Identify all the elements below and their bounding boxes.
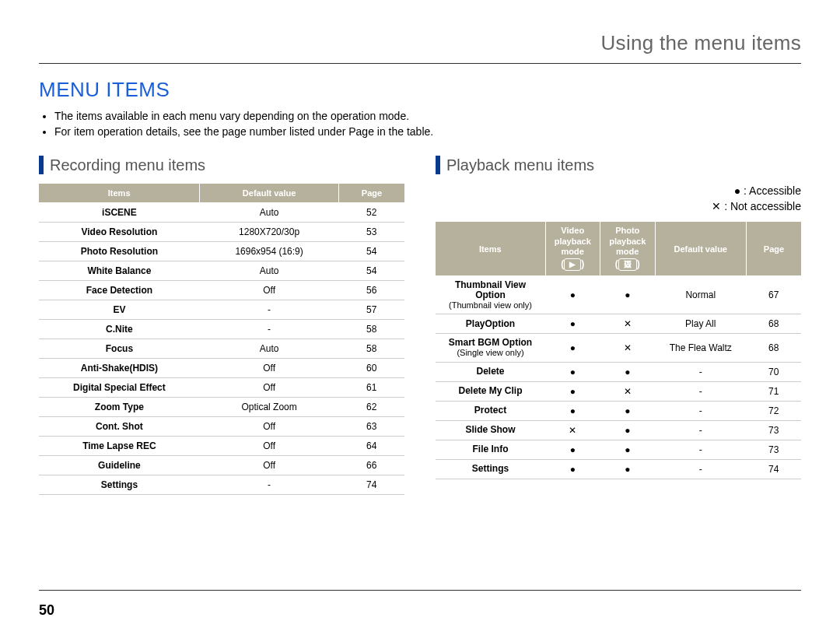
- playback-table: Items Video playback mode (▶) Photo: [436, 222, 801, 479]
- intro-bullets: The items available in each menu vary de…: [54, 110, 801, 139]
- cell-default: 1696x954 (16:9): [200, 242, 339, 261]
- cell-item-main: File Info: [442, 444, 539, 454]
- cell-default: -: [200, 475, 339, 495]
- table-row: PlayOption●✕Play All68: [436, 314, 801, 334]
- cell-item-main: Thumbnail View Option: [442, 280, 539, 300]
- th-default: Default value: [200, 184, 339, 203]
- cell-item-sub: (Single view only): [442, 348, 539, 357]
- cell-photo: ●: [600, 362, 656, 381]
- cell-default: Off: [200, 359, 339, 378]
- cell-item: C.Nite: [39, 320, 200, 339]
- cell-item-sub: (Thumbnail view only): [442, 300, 539, 310]
- cell-item: PlayOption: [436, 314, 545, 334]
- cell-video: ✕: [545, 420, 600, 440]
- cell-page: 58: [338, 320, 404, 339]
- th-photo-mode: Photo playback mode (🖼): [600, 222, 656, 275]
- cell-page: 61: [338, 378, 404, 398]
- cell-item: Face Detection: [39, 281, 200, 300]
- table-row: Smart BGM Option(Single view only)●✕The …: [436, 334, 801, 362]
- intro-bullet: The items available in each menu vary de…: [54, 110, 801, 124]
- cell-photo: ●: [600, 275, 656, 314]
- table-row: Face DetectionOff56: [39, 281, 404, 300]
- cell-default: -: [655, 362, 747, 381]
- cell-default: -: [655, 381, 747, 401]
- cell-default: Off: [200, 378, 339, 398]
- cell-item: Focus: [39, 339, 200, 359]
- cell-photo: ✕: [600, 334, 656, 362]
- cell-item: Protect: [436, 401, 545, 420]
- cell-item-main: Settings: [442, 464, 539, 474]
- cell-photo: ✕: [600, 381, 656, 401]
- th-photo-l1: Photo: [615, 226, 639, 236]
- th-items: Items: [39, 184, 200, 203]
- cell-default: The Flea Waltz: [655, 334, 747, 362]
- legend-accessible: ● : Accessible: [436, 184, 801, 199]
- cell-page: 74: [338, 475, 404, 495]
- cell-item: Digital Special Effect: [39, 378, 200, 398]
- cell-page: 68: [747, 314, 802, 334]
- legend-not-accessible: ✕ : Not accessible: [436, 199, 801, 215]
- cell-default: -: [200, 320, 339, 339]
- cell-item: Anti-Shake(HDIS): [39, 359, 200, 378]
- intro-bullet: For item operation details, see the page…: [54, 125, 801, 139]
- cell-video: ●: [545, 362, 600, 381]
- recording-heading: Recording menu items: [39, 156, 404, 174]
- table-row: Photo Resolution1696x954 (16:9)54: [39, 242, 404, 261]
- cell-page: 71: [747, 381, 802, 401]
- table-row: FocusAuto58: [39, 339, 404, 359]
- table-row: Video Resolution1280X720/30p53: [39, 223, 404, 242]
- cell-video: ●: [545, 314, 600, 334]
- table-row: Delete My Clip●✕-71: [436, 381, 801, 401]
- cell-item: Zoom Type: [39, 398, 200, 417]
- cell-default: Off: [200, 456, 339, 475]
- cell-default: 1280X720/30p: [200, 223, 339, 242]
- cell-default: -: [200, 300, 339, 320]
- cell-item: Guideline: [39, 456, 200, 475]
- cell-page: 63: [338, 417, 404, 437]
- cell-default: -: [655, 440, 747, 459]
- cell-item: Cont. Shot: [39, 417, 200, 437]
- cell-page: 62: [338, 398, 404, 417]
- cell-page: 64: [338, 437, 404, 456]
- recording-heading-text: Recording menu items: [50, 156, 205, 174]
- cell-item: Time Lapse REC: [39, 437, 200, 456]
- cell-default: Normal: [655, 275, 747, 314]
- cell-page: 54: [338, 261, 404, 281]
- cell-default: Off: [200, 437, 339, 456]
- cell-item: File Info: [436, 440, 545, 459]
- cell-item: iSCENE: [39, 203, 200, 223]
- cell-page: 70: [747, 362, 802, 381]
- page-title: MENU ITEMS: [39, 78, 801, 102]
- cell-item: Slide Show: [436, 420, 545, 440]
- cell-item-main: Smart BGM Option: [442, 338, 539, 348]
- cell-item: Settings: [436, 459, 545, 479]
- divider-top: [39, 63, 801, 64]
- divider-bottom: [39, 590, 801, 591]
- cell-default: Play All: [655, 314, 747, 334]
- cell-default: Auto: [200, 261, 339, 281]
- cell-item-main: Delete: [442, 367, 539, 377]
- th-page: Page: [747, 222, 802, 275]
- cell-video: ●: [545, 381, 600, 401]
- th-items: Items: [436, 222, 545, 275]
- table-row: C.Nite-58: [39, 320, 404, 339]
- cell-photo: ●: [600, 420, 656, 440]
- photo-mode-icon: 🖼: [618, 258, 637, 271]
- cell-page: 53: [338, 223, 404, 242]
- cell-video: ●: [545, 459, 600, 479]
- table-row: Anti-Shake(HDIS)Off60: [39, 359, 404, 378]
- cell-page: 67: [747, 275, 802, 314]
- cell-photo: ●: [600, 401, 656, 420]
- cell-page: 52: [338, 203, 404, 223]
- recording-table: Items Default value Page iSCENEAuto52Vid…: [39, 184, 404, 495]
- th-default: Default value: [655, 222, 747, 275]
- legend: ● : Accessible ✕ : Not accessible: [436, 184, 801, 214]
- th-photo-l3: mode: [616, 247, 639, 257]
- cell-item: Delete My Clip: [436, 381, 545, 401]
- cell-photo: ●: [600, 440, 656, 459]
- cell-item-main: Protect: [442, 405, 539, 416]
- th-video-mode: Video playback mode (▶): [545, 222, 600, 275]
- th-video-l3: mode: [562, 247, 584, 257]
- cell-video: ●: [545, 401, 600, 420]
- cell-page: 73: [747, 420, 802, 440]
